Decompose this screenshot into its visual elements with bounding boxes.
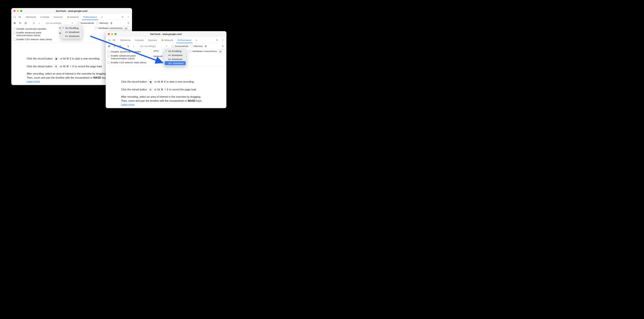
reload-hint: Click the reload button or hit ⌘ ⇧ E to …: [27, 64, 117, 69]
advanced-paint-checkbox[interactable]: Enable advanced paint instrumentation (s…: [13, 31, 61, 37]
recordings-dropdown[interactable]: (no recordings)▼: [45, 21, 74, 25]
throttling-option[interactable]: 20× slowdown: [165, 61, 186, 65]
warning-icon: [67, 16, 69, 18]
network-label: Network:: [153, 55, 163, 58]
reload-button-inline[interactable]: [148, 87, 153, 92]
reload-button-inline[interactable]: [54, 64, 58, 69]
record-hint: Click the record button or hit ⌘ E to st…: [121, 80, 211, 84]
separator: [124, 44, 124, 48]
performance-toolbar: (no recordings)▼ Screenshots Memory: [11, 20, 132, 26]
throttling-option[interactable]: 6× slowdown: [164, 57, 186, 61]
window-title: DevTools - www.google.com/: [106, 33, 227, 35]
tab-console[interactable]: Console: [39, 14, 50, 20]
throttling-option[interactable]: No throttling: [164, 49, 186, 53]
clear-button[interactable]: [118, 44, 122, 48]
more-tabs-button[interactable]: »: [195, 37, 198, 43]
record-button-inline[interactable]: [148, 80, 153, 84]
screenshots-checkbox[interactable]: Screenshots: [77, 22, 94, 24]
disable-js-samples-checkbox[interactable]: Disable JavaScript samples: [108, 50, 155, 53]
collect-garbage-icon[interactable]: [203, 44, 208, 48]
hardware-concurrency-input[interactable]: 10: [218, 49, 225, 53]
inspect-element-icon[interactable]: [106, 38, 111, 42]
css-selector-stats-checkbox[interactable]: Enable CSS selector stats (slow): [13, 38, 61, 41]
reload-record-button[interactable]: [112, 44, 117, 48]
clear-button[interactable]: [23, 21, 28, 25]
kebab-menu-icon[interactable]: [126, 15, 131, 19]
recordings-dropdown[interactable]: (no recordings)▼: [139, 44, 169, 48]
tab-performance[interactable]: Performance: [82, 14, 98, 20]
titlebar: DevTools - www.google.com/: [11, 8, 132, 14]
record-button[interactable]: [12, 21, 17, 25]
instructions-panel: Click the record button or hit ⌘ E to st…: [106, 66, 227, 113]
performance-toolbar: (no recordings)▼ Screenshots Memory: [106, 43, 227, 49]
memory-checkbox[interactable]: Memory: [96, 22, 108, 24]
window-title: DevTools - www.google.com/: [11, 10, 132, 12]
kebab-menu-icon[interactable]: [220, 38, 225, 42]
tab-sources[interactable]: Sources: [53, 14, 64, 20]
advanced-paint-checkbox[interactable]: Enable advanced paint instrumentation (s…: [108, 55, 155, 60]
collect-garbage-icon[interactable]: [109, 21, 114, 25]
warning-icon: [161, 39, 164, 41]
cpu-throttling-menu[interactable]: No throttling4× slowdown6× slowdown: [61, 26, 82, 39]
device-mode-icon[interactable]: [17, 15, 22, 19]
record-hint: Click the record button or hit ⌘ E to st…: [27, 57, 117, 61]
screenshots-checkbox[interactable]: Screenshots: [172, 45, 188, 47]
learn-more-link[interactable]: Learn more: [121, 103, 134, 106]
load-profile-icon[interactable]: [126, 44, 131, 48]
tab-console[interactable]: Console: [134, 37, 145, 43]
record-button[interactable]: [106, 44, 111, 48]
inspect-element-icon[interactable]: [12, 15, 17, 19]
save-profile-icon: [37, 21, 42, 25]
panel-tabs: Elements Console Sources Network Perform…: [11, 14, 132, 20]
hardware-concurrency-input[interactable]: 10: [124, 26, 131, 30]
throttling-option[interactable]: No throttling: [61, 26, 82, 30]
memory-checkbox[interactable]: Memory: [191, 45, 203, 47]
tab-network[interactable]: Network: [160, 37, 174, 43]
tab-elements[interactable]: Elements: [119, 37, 131, 43]
separator: [43, 21, 43, 25]
after-hint: After recording, select an area of inter…: [121, 95, 211, 107]
record-button-inline[interactable]: [54, 57, 59, 61]
tab-sources[interactable]: Sources: [147, 37, 158, 43]
tab-elements[interactable]: Elements: [25, 14, 37, 20]
settings-gear-icon[interactable]: [214, 38, 219, 42]
cpu-label: CPU:: [153, 49, 159, 52]
devtools-window-after: DevTools - www.google.com/ Elements Cons…: [106, 31, 227, 108]
separator: [76, 21, 76, 25]
load-profile-icon[interactable]: [31, 21, 36, 25]
titlebar: DevTools - www.google.com/: [106, 31, 227, 37]
device-mode-icon[interactable]: [112, 38, 116, 42]
throttling-option[interactable]: 4× slowdown: [164, 53, 186, 57]
separator: [23, 15, 23, 19]
more-tabs-button[interactable]: »: [100, 14, 104, 20]
throttling-option[interactable]: 4× slowdown: [61, 30, 82, 34]
separator: [30, 21, 30, 25]
reload-record-button[interactable]: [18, 21, 23, 25]
tab-network[interactable]: Network: [66, 14, 80, 20]
learn-more-link[interactable]: Learn more: [27, 80, 40, 83]
disable-js-samples-checkbox[interactable]: Disable JavaScript samples: [13, 27, 61, 30]
settings-gear-icon[interactable]: [120, 15, 125, 19]
separator: [117, 38, 118, 42]
reload-hint: Click the reload button or hit ⌘ ⇧ E to …: [121, 87, 211, 92]
throttling-option[interactable]: 6× slowdown: [61, 34, 82, 38]
panel-tabs: Elements Console Sources Network Perform…: [106, 37, 227, 43]
tab-performance[interactable]: Performance: [177, 37, 192, 43]
css-selector-stats-checkbox[interactable]: Enable CSS selector stats (slow): [108, 61, 155, 64]
after-hint: After recording, select an area of inter…: [27, 72, 117, 84]
save-profile-icon: [131, 44, 136, 48]
hardware-concurrency-checkbox[interactable]: Hardware concurrency: [95, 27, 123, 30]
capture-settings-gear-icon[interactable]: [221, 44, 225, 48]
cpu-throttling-menu[interactable]: No throttling4× slowdown6× slowdown20× s…: [164, 49, 186, 66]
hardware-concurrency-checkbox[interactable]: Hardware concurrency: [189, 50, 217, 53]
separator: [170, 44, 170, 48]
separator: [138, 44, 138, 48]
capture-settings-gear-icon[interactable]: [126, 21, 131, 25]
